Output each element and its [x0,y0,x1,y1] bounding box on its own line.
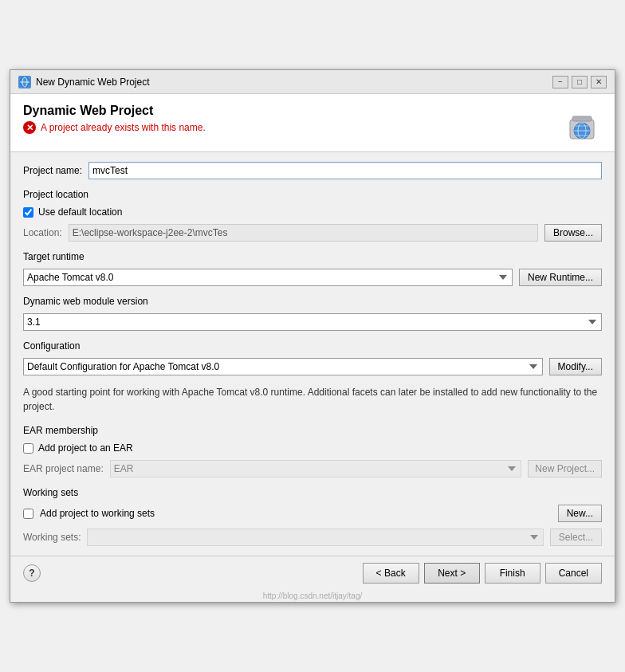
target-runtime-label: Target runtime [23,251,602,262]
working-sets-name-label: Working sets: [23,532,81,543]
error-row: ✕ A project already exists with this nam… [23,121,206,134]
project-location-label: Project location [23,189,602,200]
finish-button[interactable]: Finish [485,563,540,584]
location-row: Location: Browse... [23,224,602,242]
title-bar-text: New Dynamic Web Project [36,77,150,88]
project-name-row: Project name: [23,162,602,179]
dialog-title: Dynamic Web Project [23,104,206,118]
new-project-button: New Project... [528,460,602,477]
web-module-version-row: 3.1 [23,313,602,331]
title-bar: New Dynamic Web Project − □ ✕ [10,70,615,94]
maximize-button[interactable]: □ [572,76,588,88]
select-button: Select... [550,529,602,546]
working-sets-name-row: Working sets: Select... [23,529,602,546]
dialog-footer: ? < Back Next > Finish Cancel [10,556,615,590]
new-working-sets-button[interactable]: New... [558,505,602,522]
add-to-working-sets-label[interactable]: Add project to working sets [40,508,155,519]
working-sets-header: Working sets [23,487,602,498]
use-default-label[interactable]: Use default location [38,206,122,218]
ear-project-name-dropdown[interactable]: EAR [110,460,522,477]
footer-left: ? [23,564,41,582]
watermark: http://blog.csdn.net/itjay/tag/ [10,590,615,602]
location-label: Location: [23,227,62,238]
ear-project-name-label: EAR project name: [23,463,104,474]
dialog-body: Project name: Project location Use defau… [10,152,615,556]
ear-name-row: EAR project name: EAR New Project... [23,460,602,477]
cancel-button[interactable]: Cancel [545,563,602,584]
browse-button[interactable]: Browse... [544,224,602,242]
add-to-ear-row: Add project to an EAR [23,442,602,454]
web-module-version-label: Dynamic web module version [23,296,602,307]
dialog-icon [18,76,31,88]
configuration-row: Default Configuration for Apache Tomcat … [23,358,602,375]
use-default-location-row: Use default location [23,206,602,218]
footer-buttons: < Back Next > Finish Cancel [363,563,602,584]
web-module-version-dropdown[interactable]: 3.1 [23,313,602,331]
dialog-header: Dynamic Web Project ✕ A project already … [10,94,615,152]
minimize-button[interactable]: − [552,76,568,88]
configuration-dropdown[interactable]: Default Configuration for Apache Tomcat … [23,358,543,375]
working-sets-row: Add project to working sets New... [23,505,602,522]
project-name-input[interactable] [88,162,602,179]
add-to-ear-checkbox[interactable] [23,443,33,454]
help-button[interactable]: ? [23,564,41,582]
dialog-header-left: Dynamic Web Project ✕ A project already … [23,104,206,134]
add-to-ear-label[interactable]: Add project to an EAR [38,442,133,454]
next-button[interactable]: Next > [424,563,480,584]
dialog: New Dynamic Web Project − □ ✕ Dynamic We… [10,69,615,603]
close-button[interactable]: ✕ [591,76,607,88]
svg-rect-4 [572,116,592,121]
error-message: A project already exists with this name. [41,122,206,133]
new-runtime-button[interactable]: New Runtime... [519,269,602,286]
target-runtime-row: Apache Tomcat v8.0 New Runtime... [23,269,602,286]
config-description: A good starting point for working with A… [23,382,602,417]
title-bar-left: New Dynamic Web Project [18,76,150,88]
working-sets-name-dropdown[interactable] [87,529,543,546]
target-runtime-dropdown[interactable]: Apache Tomcat v8.0 [23,269,513,286]
add-to-working-sets-checkbox[interactable] [23,509,33,519]
use-default-checkbox[interactable] [23,207,33,218]
back-button[interactable]: < Back [363,563,419,584]
title-bar-controls: − □ ✕ [552,76,607,88]
location-input[interactable] [69,224,538,242]
modify-button[interactable]: Modify... [549,358,602,375]
configuration-label: Configuration [23,340,602,352]
header-globe [560,104,602,145]
error-icon: ✕ [23,121,36,134]
ear-membership-header: EAR membership [23,425,602,436]
project-name-label: Project name: [23,165,82,176]
